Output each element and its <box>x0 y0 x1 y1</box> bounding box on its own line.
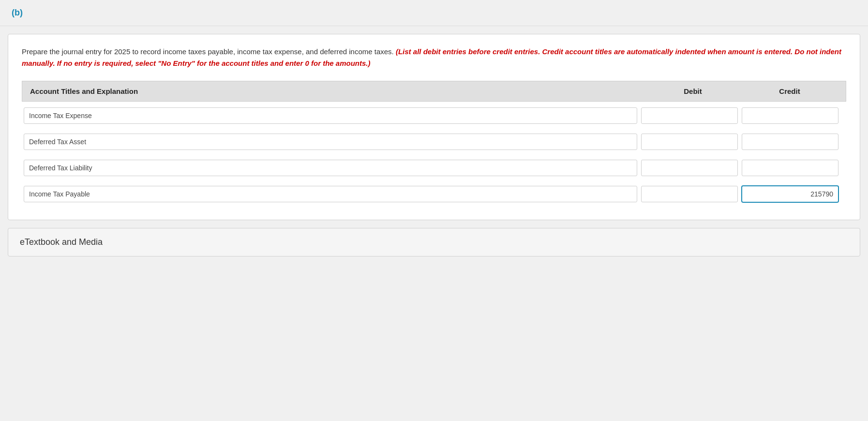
table-row <box>22 104 846 128</box>
account-input-row2[interactable] <box>24 134 637 150</box>
page-wrapper: (b) Prepare the journal entry for 2025 t… <box>0 0 868 421</box>
footer-bar: eTextbook and Media <box>8 228 860 256</box>
table-row <box>22 182 846 206</box>
debit-input-row3[interactable] <box>641 160 738 176</box>
debit-input-row1[interactable] <box>641 107 738 124</box>
table-row <box>22 130 846 154</box>
table-row <box>22 156 846 180</box>
footer-label: eTextbook and Media <box>20 237 103 247</box>
credit-input-row3[interactable] <box>742 160 838 176</box>
credit-input-row2[interactable] <box>742 134 838 150</box>
instructions-normal: Prepare the journal entry for 2025 to re… <box>22 47 394 56</box>
credit-input-row4[interactable] <box>742 186 838 202</box>
main-card: Prepare the journal entry for 2025 to re… <box>8 34 860 220</box>
account-input-row3[interactable] <box>24 160 637 176</box>
table-header: Account Titles and Explanation Debit Cre… <box>22 81 846 102</box>
instructions: Prepare the journal entry for 2025 to re… <box>22 46 846 69</box>
account-input-row4[interactable] <box>24 186 637 202</box>
header-debit: Debit <box>644 87 741 95</box>
header-credit: Credit <box>741 87 838 95</box>
section-label: (b) <box>0 0 868 26</box>
account-input-row1[interactable] <box>24 107 637 124</box>
header-account: Account Titles and Explanation <box>30 87 644 95</box>
credit-input-row1[interactable] <box>742 107 838 124</box>
debit-input-row4[interactable] <box>641 186 738 202</box>
section-label-text: (b) <box>12 8 23 17</box>
debit-input-row2[interactable] <box>641 134 738 150</box>
